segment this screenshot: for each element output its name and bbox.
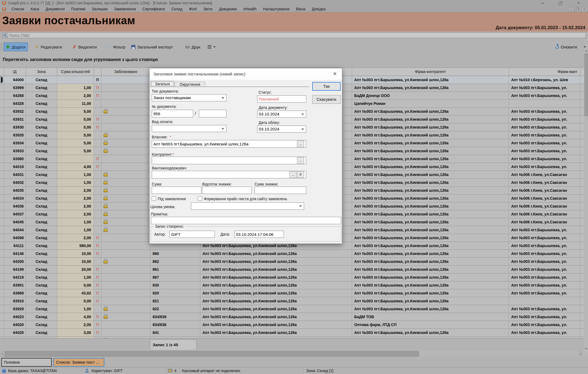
menu-zalyshky[interactable]: Залишки bbox=[89, 6, 111, 12]
toolbar-grip[interactable] bbox=[1, 43, 2, 51]
window-minimize-button[interactable] bbox=[538, 1, 547, 5]
print-button[interactable]: Друк bbox=[183, 42, 202, 51]
cell-contragent: Апт №003 пгт.Барышевка, ул.Киевский шлях… bbox=[352, 155, 509, 163]
menu-dovidnyky[interactable]: Довідники bbox=[216, 6, 240, 12]
header-p[interactable] bbox=[94, 68, 101, 76]
dialog-tab-rounding[interactable]: Округлення bbox=[175, 82, 205, 87]
discount-sum-input[interactable] bbox=[254, 187, 306, 194]
mdi-minimize-button[interactable]: – bbox=[568, 7, 574, 11]
table-row[interactable]: 63951 Склад 0,00 П 830 Апт №003 пгт.Бары… bbox=[0, 281, 584, 289]
table-row[interactable]: 64200 Склад 10,00 862 Апт №003 пгт.Барыш… bbox=[0, 258, 584, 266]
cell-contragent: Апт №003 пгт.Барышевка, ул.Киевский шлях… bbox=[352, 242, 509, 250]
menu-vikna[interactable]: Вікна bbox=[293, 6, 308, 12]
price-cond-combobox[interactable] bbox=[191, 202, 304, 210]
menu-platezhi[interactable]: Платежі bbox=[68, 6, 89, 12]
cell-id: 63999 bbox=[4, 84, 26, 92]
ok-button[interactable]: Так bbox=[312, 82, 341, 91]
doc-no-suffix-input[interactable] bbox=[199, 110, 226, 117]
contragent-browse-button[interactable]: ... bbox=[297, 157, 304, 164]
price-list-checkbox[interactable] bbox=[198, 196, 202, 201]
menu-kasa[interactable]: Каса bbox=[28, 6, 43, 12]
owner-browse-button[interactable]: ... bbox=[297, 141, 304, 147]
tab-home[interactable]: Головна bbox=[1, 358, 52, 367]
pay-type-combobox[interactable] bbox=[152, 125, 226, 132]
menu-filii[interactable]: Філії bbox=[186, 6, 200, 12]
header-zone[interactable]: Зона bbox=[26, 68, 57, 76]
menu-sertyfikaty[interactable]: Сертифікати bbox=[139, 6, 168, 12]
menu-spysok[interactable]: Список bbox=[8, 6, 28, 12]
contragent-input[interactable] bbox=[152, 157, 306, 164]
header-contragent[interactable]: Фірма-контрагент bbox=[352, 68, 509, 76]
doc-date-picker[interactable]: 03.10.2024 bbox=[257, 111, 306, 118]
table-row[interactable]: 63869 Склад 43,82 П 820 Апт №003 пгт.Бар… bbox=[0, 289, 584, 297]
table-row[interactable]: 64219 Склад 1,00 П 867 Апт №003 пгт.Бары… bbox=[0, 273, 584, 281]
header-blocked[interactable]: Заблоковано bbox=[101, 68, 150, 76]
dialog-title: Заголовок заявки постачальникам (новий з… bbox=[153, 72, 245, 76]
cancel-button[interactable]: Скасувати bbox=[312, 95, 341, 104]
discount-pct-input[interactable] bbox=[202, 187, 252, 194]
horizontal-scroll-thumb[interactable] bbox=[5, 351, 419, 357]
consignee-clear-button[interactable]: X bbox=[297, 171, 304, 178]
filter-button[interactable]: Фільтр bbox=[105, 42, 128, 51]
refresh-button[interactable]: Оновити bbox=[553, 42, 579, 51]
note-input[interactable] bbox=[151, 217, 341, 224]
header-id[interactable]: ІД bbox=[4, 68, 26, 76]
cell-qty: 2,00 bbox=[57, 187, 94, 194]
scroll-left-arrow[interactable]: ‹ bbox=[0, 351, 5, 357]
table-row[interactable]: 64146 Склад 10,00 П 860 Апт №003 пгт.Бар… bbox=[0, 250, 584, 258]
cell-consignee: Апт №003 пгт.Барышевка, ул. bbox=[509, 123, 580, 131]
menu-sklad[interactable]: Склад bbox=[168, 6, 186, 12]
menu-nalashtuvannia[interactable]: Налаштування bbox=[260, 6, 293, 12]
search-input[interactable] bbox=[9, 33, 581, 38]
cell-qty: 3,00 bbox=[57, 329, 94, 336]
created-date-input[interactable] bbox=[234, 231, 284, 238]
menu-zamovlennia[interactable]: Замовлення bbox=[111, 6, 139, 12]
under-order-checkbox[interactable] bbox=[152, 196, 156, 201]
consignee-browse-button[interactable]: ... bbox=[289, 171, 296, 178]
tab-list-zayavky[interactable]: Список: Заявки пост ... bbox=[53, 358, 104, 367]
cell-id: 64035 bbox=[4, 187, 26, 194]
table-row[interactable]: 64020 Склад 2,00 П 834/836 Апт №003 пгт.… bbox=[0, 321, 584, 329]
vertical-scrollbar[interactable]: ▲ ▼ bbox=[584, 48, 588, 351]
author-input[interactable] bbox=[169, 231, 215, 238]
add-button[interactable]: Додати bbox=[4, 42, 28, 51]
vertical-scroll-thumb[interactable] bbox=[584, 53, 588, 116]
dialog-tab-general[interactable]: Загальні bbox=[151, 81, 174, 87]
table-row[interactable]: 64023 Склад 4,00 П 834/839 Апт №003 пгт.… bbox=[0, 313, 584, 321]
export-button[interactable]: Загальний експорт bbox=[129, 42, 175, 51]
scroll-right-arrow[interactable]: › bbox=[578, 351, 583, 357]
scroll-up-arrow[interactable]: ▲ bbox=[584, 48, 588, 53]
row-indicator-cell bbox=[0, 242, 4, 250]
table-row[interactable]: 64025 Склад 3,00 П 841 Апт №003 пгт.Бары… bbox=[0, 329, 584, 337]
mdi-restore-button[interactable]: ❐ bbox=[575, 7, 580, 11]
menu-dovidka[interactable]: Довідка bbox=[308, 6, 329, 12]
acc-date-picker[interactable]: 03.10.2024 bbox=[257, 126, 306, 133]
window-restore-button[interactable] bbox=[556, 1, 564, 6]
horizontal-scrollbar[interactable]: ‹ › bbox=[0, 351, 588, 357]
cell-zone: Склад bbox=[26, 147, 57, 155]
consignee-input[interactable] bbox=[152, 171, 306, 178]
list-options-button[interactable] bbox=[205, 42, 218, 51]
edit-button[interactable]: ✎Редагувати bbox=[33, 42, 64, 51]
menu-ehealth[interactable]: eHealth bbox=[240, 6, 260, 12]
cell-contragent: Апт №003 пгт.Барышевка, ул.Киевский шлях… bbox=[352, 194, 509, 202]
sum-input[interactable] bbox=[152, 187, 201, 194]
doc-no-input[interactable] bbox=[152, 110, 193, 117]
table-row[interactable]: 63910 Склад 0,00 П 821 Апт №003 пгт.Бары… bbox=[0, 297, 584, 305]
menu-zvity[interactable]: Звіти bbox=[200, 6, 216, 12]
menu-dokumenty[interactable]: Документи bbox=[42, 6, 68, 12]
delete-button[interactable]: ✗Видалити bbox=[70, 42, 99, 51]
header-consignee[interactable]: Фірма-вант bbox=[509, 68, 580, 76]
cell-id: 64200 bbox=[4, 258, 26, 265]
dialog-close-button[interactable]: ✕ bbox=[332, 71, 338, 77]
window-close-button[interactable]: × bbox=[574, 1, 583, 5]
search-button[interactable] bbox=[3, 33, 8, 38]
owner-input[interactable] bbox=[152, 140, 306, 148]
table-row[interactable]: 64199 Склад 20,00 П 861 Апт №003 пгт.Бар… bbox=[0, 266, 584, 273]
scroll-down-arrow[interactable]: ▼ bbox=[584, 346, 588, 351]
row-indicator-cell bbox=[0, 163, 4, 171]
header-qty[interactable]: Сума кількостей bbox=[57, 68, 94, 76]
table-row[interactable]: 63929 Склад 1,00 822 Апт №003 пгт.Барыше… bbox=[0, 305, 584, 313]
mdi-close-button[interactable]: × bbox=[581, 7, 587, 11]
doc-type-combobox[interactable]: Заказ поставщикам bbox=[152, 94, 226, 101]
